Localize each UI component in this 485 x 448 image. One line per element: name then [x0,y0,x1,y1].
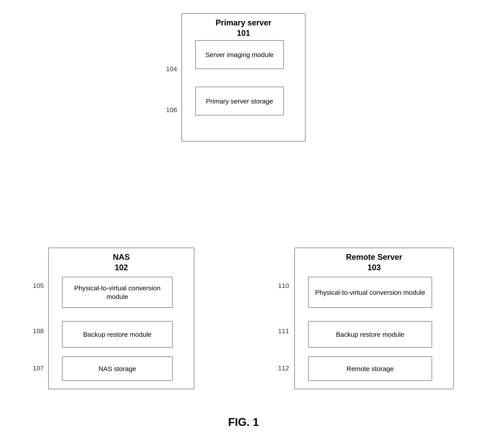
primary-server-box: Primary server 101 Server imaging module… [181,13,305,142]
nas-storage-box: NAS storage [62,356,173,381]
server-imaging-module-label: Server imaging module [203,49,276,61]
nas-p2v-box: Physical-to-virtual conversion module [62,277,173,308]
ref-106: 106 [166,106,177,114]
ref-112: 112 [278,364,289,372]
nas-backup-label: Backup restore module [81,328,154,341]
ref-105: 105 [33,282,44,289]
nas-title: NAS 102 [49,248,194,275]
ref-104: 104 [166,65,177,73]
remote-storage-box: Remote storage [308,356,432,381]
primary-server-title: Primary server 101 [182,14,305,40]
nas-backup-box: Backup restore module [62,321,173,348]
ref-108: 108 [33,327,44,335]
primary-storage-box: Primary server storage [195,87,284,115]
nas-p2v-label: Physical-to-virtual conversion module [62,282,172,303]
ref-107: 107 [33,364,44,372]
primary-storage-label: Primary server storage [203,95,276,107]
figure-label: FIG. 1 [199,416,288,429]
remote-p2v-box: Physical-to-virtual conversion module [308,277,432,308]
nas-box: NAS 102 Physical-to-virtual conversion m… [48,248,194,389]
remote-server-box: Remote Server 103 Physical-to-virtual co… [294,248,454,389]
ref-110: 110 [278,282,289,289]
remote-backup-label: Backup restore module [333,328,407,341]
server-imaging-module-box: Server imaging module [195,40,284,69]
remote-storage-label: Remote storage [344,363,396,375]
remote-server-title: Remote Server 103 [295,248,453,275]
ref-111: 111 [278,327,289,335]
nas-storage-label: NAS storage [96,363,139,375]
remote-backup-box: Backup restore module [308,321,432,348]
diagram: Primary server 101 Server imaging module… [0,0,485,448]
remote-p2v-label: Physical-to-virtual conversion module [312,286,428,298]
